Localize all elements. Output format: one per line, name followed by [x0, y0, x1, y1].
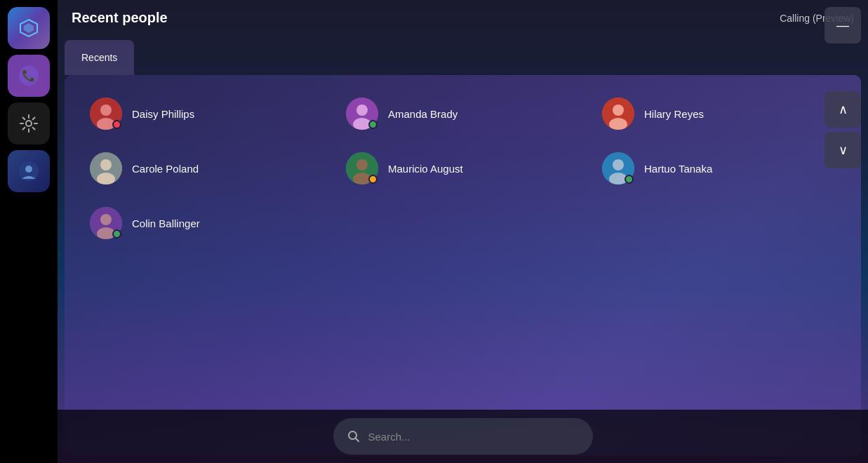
svg-point-8	[100, 105, 112, 116]
sidebar-icon-teams[interactable]	[8, 7, 50, 49]
contact-name-hartuo: Hartuo Tanaka	[644, 163, 712, 175]
status-dot-mauricio	[368, 175, 378, 184]
search-bar	[333, 418, 593, 455]
search-bar-container	[58, 410, 868, 463]
svg-line-29	[355, 438, 359, 442]
main-content: — Recent people Calling (Preview) Recent…	[58, 0, 868, 463]
avatar-mauricio	[346, 152, 378, 184]
search-input[interactable]	[368, 431, 579, 443]
contact-hartuo[interactable]: Hartuo Tanaka	[591, 144, 847, 193]
contact-name-hilary: Hilary Reyes	[644, 108, 704, 120]
page-header: Recent people Calling (Preview)	[58, 0, 868, 33]
minimize-icon: —	[836, 18, 849, 33]
svg-point-6	[25, 166, 32, 173]
sidebar: 📞	[0, 0, 58, 463]
contact-carole[interactable]: Carole Poland	[79, 144, 335, 193]
tab-recents[interactable]: Recents	[65, 40, 134, 75]
contacts-container: Daisy Phillips Amanda Brady	[65, 75, 861, 456]
sidebar-icon-profile[interactable]	[8, 150, 50, 192]
avatar-hilary	[602, 98, 634, 130]
status-dot-daisy	[112, 120, 121, 129]
svg-point-4	[26, 121, 32, 126]
sidebar-icon-settings[interactable]	[8, 102, 50, 145]
contact-colin[interactable]: Colin Ballinger	[79, 199, 335, 248]
avatar-carole	[90, 152, 122, 184]
contact-name-colin: Colin Ballinger	[132, 217, 200, 229]
contact-daisy[interactable]: Daisy Phillips	[79, 89, 335, 138]
svg-point-11	[356, 105, 368, 116]
page-title: Recent people	[72, 10, 168, 26]
status-dot-colin	[112, 229, 121, 239]
contact-amanda[interactable]: Amanda Brady	[335, 89, 591, 138]
svg-point-20	[356, 159, 368, 170]
avatar-image-hilary	[602, 98, 634, 130]
svg-point-23	[613, 159, 624, 170]
avatar-image-carole	[90, 152, 122, 184]
minimize-button[interactable]: —	[824, 7, 861, 43]
status-dot-amanda	[368, 120, 378, 129]
svg-marker-1	[24, 23, 34, 33]
svg-point-14	[613, 105, 624, 116]
contact-hilary[interactable]: Hilary Reyes	[591, 89, 847, 138]
status-dot-hartuo	[625, 175, 634, 184]
tab-recents-label: Recents	[81, 52, 117, 63]
chevron-up-icon: ∧	[839, 102, 848, 117]
chevron-down-icon: ∨	[839, 142, 848, 158]
svg-text:📞: 📞	[22, 69, 36, 82]
contact-mauricio[interactable]: Mauricio August	[335, 144, 591, 193]
search-icon	[347, 430, 360, 443]
avatar-colin	[90, 207, 122, 239]
scroll-down-button[interactable]: ∨	[824, 132, 861, 168]
scroll-up-button[interactable]: ∧	[824, 91, 861, 128]
contacts-grid: Daisy Phillips Amanda Brady	[65, 82, 861, 255]
svg-point-17	[100, 159, 112, 170]
contact-name-amanda: Amanda Brady	[388, 108, 458, 120]
avatar-daisy	[90, 98, 122, 130]
nav-tabs: Recents	[58, 33, 868, 75]
avatar-hartuo	[602, 152, 634, 184]
contact-name-daisy: Daisy Phillips	[132, 108, 194, 120]
sidebar-icon-calls[interactable]: 📞	[8, 55, 50, 97]
svg-point-26	[100, 214, 112, 225]
contact-name-carole: Carole Poland	[132, 163, 199, 175]
avatar-amanda	[346, 98, 378, 130]
contact-name-mauricio: Mauricio August	[388, 163, 463, 175]
